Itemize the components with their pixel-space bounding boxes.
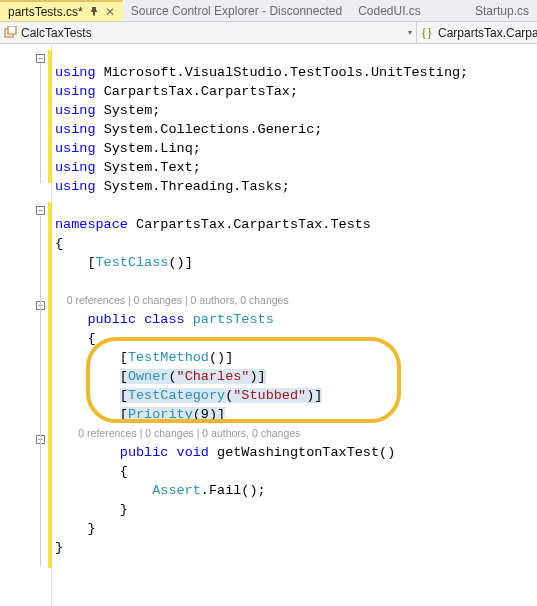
ns: System.Text <box>104 160 193 175</box>
chevron-down-icon: ▾ <box>408 28 412 37</box>
kw: public <box>87 312 136 327</box>
tab-partstests[interactable]: partsTests.cs* ✕ <box>0 0 123 21</box>
pin-icon[interactable] <box>89 5 99 19</box>
str: "Charles" <box>177 369 250 384</box>
code-nav-bar: CalcTaxTests ▾ {} CarpartsTax.Carpar <box>0 22 537 44</box>
kw: namespace <box>55 217 128 232</box>
method-name: getWashingtonTaxTest <box>217 445 379 460</box>
attr: TestClass <box>96 255 169 270</box>
attr: Owner <box>128 369 169 384</box>
tab-source-control[interactable]: Source Control Explorer - Disconnected <box>123 0 350 21</box>
code-area[interactable]: using Microsoft.VisualStudio.TestTools.U… <box>52 44 537 606</box>
svg-text:{}: {} <box>421 26 433 39</box>
outline-toggle[interactable] <box>36 206 45 215</box>
class-dropdown-label: CalcTaxTests <box>21 26 92 40</box>
str: "Stubbed" <box>233 388 306 403</box>
kw: using <box>55 179 96 194</box>
tab-label: Source Control Explorer - Disconnected <box>131 4 342 18</box>
kw: using <box>55 65 96 80</box>
ns: System.Threading.Tasks <box>104 179 282 194</box>
ns: System <box>104 103 153 118</box>
class-name: partsTests <box>193 312 274 327</box>
type: Assert <box>152 483 201 498</box>
member-dropdown[interactable]: {} CarpartsTax.Carpar <box>417 26 537 40</box>
kw: using <box>55 141 96 156</box>
outline-toggle[interactable] <box>36 54 45 63</box>
close-icon[interactable]: ✕ <box>105 5 115 19</box>
attr: Priority <box>128 407 193 422</box>
ns: System.Linq <box>104 141 193 156</box>
codelens-method[interactable]: 0 references | 0 changes | 0 authors, 0 … <box>55 427 300 439</box>
ns: CarpartsTax.CarpartsTax <box>104 84 290 99</box>
tab-label: CodedUI.cs <box>358 4 421 18</box>
ns: System.Collections.Generic <box>104 122 315 137</box>
kw: public <box>120 445 169 460</box>
member-dropdown-label: CarpartsTax.Carpar <box>438 26 537 40</box>
namespace-icon: {} <box>421 26 434 39</box>
gutter <box>0 44 52 606</box>
kw: using <box>55 122 96 137</box>
class-dropdown[interactable]: CalcTaxTests ▾ <box>0 22 417 43</box>
ns-name: CarpartsTax.CarpartsTax.Tests <box>136 217 371 232</box>
kw: using <box>55 103 96 118</box>
attr: TestMethod <box>128 350 209 365</box>
num: 9 <box>201 407 209 422</box>
kw: class <box>144 312 185 327</box>
kw: void <box>177 445 209 460</box>
tab-label: partsTests.cs* <box>8 5 83 19</box>
kw: using <box>55 84 96 99</box>
editor: using Microsoft.VisualStudio.TestTools.U… <box>0 44 537 606</box>
svg-rect-1 <box>8 26 16 34</box>
class-icon <box>4 26 17 39</box>
tab-codedui[interactable]: CodedUI.cs <box>350 0 429 21</box>
codelens-class[interactable]: 0 references | 0 changes | 0 authors, 0 … <box>55 294 289 306</box>
ns: Microsoft.VisualStudio.TestTools.UnitTes… <box>104 65 460 80</box>
tab-strip: partsTests.cs* ✕ Source Control Explorer… <box>0 0 537 22</box>
method-call: Fail <box>209 483 241 498</box>
kw: using <box>55 160 96 175</box>
tab-label: Startup.cs <box>475 4 529 18</box>
attr: TestCategory <box>128 388 225 403</box>
tab-startup[interactable]: Startup.cs <box>467 0 537 21</box>
